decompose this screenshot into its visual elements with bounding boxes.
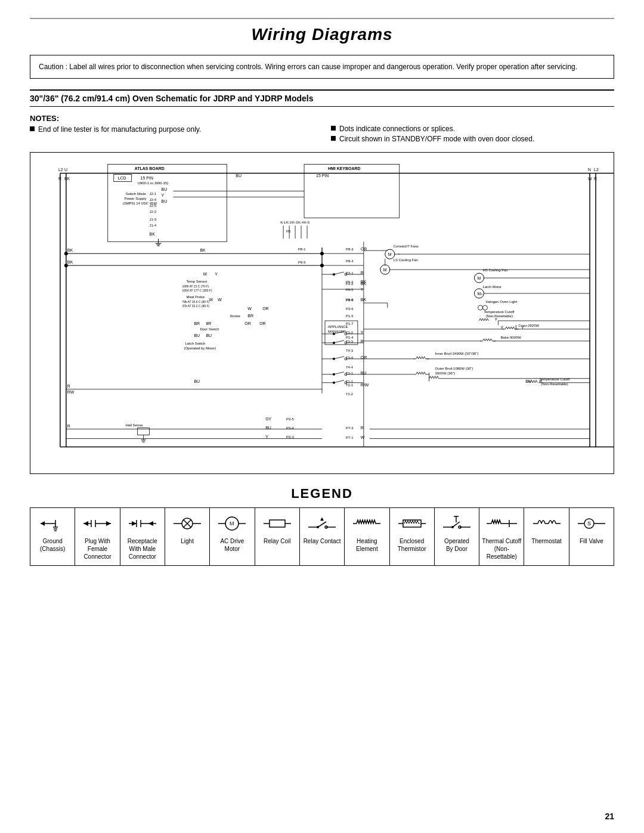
receptacle-male-icon [128, 513, 157, 534]
svg-text:M: M [230, 521, 234, 527]
svg-text:J2-1: J2-1 [150, 192, 157, 196]
svg-point-214 [320, 252, 324, 255]
svg-text:Halogen Oven Light: Halogen Oven Light [485, 300, 517, 304]
svg-text:T4-4: T4-4 [346, 366, 354, 369]
note-item-2: Dots indicate connections or splices. [331, 125, 614, 133]
svg-text:BK: BK [200, 248, 206, 252]
legend-item-fill-valve: S Fill Valve [569, 508, 614, 565]
legend-item-ground: Ground(Chassis) [30, 508, 75, 565]
svg-text:T4-3: T4-3 [346, 349, 354, 352]
svg-text:P1-4: P1-4 [346, 336, 354, 339]
section-title: 30"/36" (76.2 cm/91.4 cm) Oven Schematic… [30, 89, 614, 107]
wiring-diagram: ATLAS BOARD LCD 15 PIN U900-1 to J900-15… [30, 152, 614, 474]
svg-marker-284 [320, 518, 324, 521]
svg-text:R: R [361, 426, 364, 430]
svg-text:R/W: R/W [361, 383, 369, 387]
svg-text:79k  AT 15.6  C (60   F): 79k AT 15.6 C (60 F) [182, 300, 209, 304]
svg-text:15 PIN: 15 PIN [316, 174, 329, 178]
legend-label-ground: Ground(Chassis) [40, 537, 65, 553]
legend-label-thermostat: Thermostat [531, 537, 562, 545]
svg-text:(SMPS) 14 VDC 45W: (SMPS) 14 VDC 45W [123, 202, 157, 205]
svg-text:W: W [218, 298, 222, 302]
legend-item-heating-element: HeatingElement [345, 508, 389, 565]
legend-item-thermal-cutoff: Thermal Cutoff(Non-Resettable) [479, 508, 524, 565]
note-item-3: Circuit shown in STANDBY/OFF mode with o… [331, 135, 614, 143]
svg-text:Y: Y [265, 435, 268, 439]
svg-text:Temp Sensor: Temp Sensor [186, 280, 207, 283]
svg-text:P3-3: P3-3 [286, 435, 294, 439]
svg-text:BU: BU [162, 187, 168, 191]
svg-text:P9-5: P9-5 [298, 261, 306, 264]
legend-label-thermistor: EnclosedThermistor [398, 537, 426, 553]
svg-marker-265 [148, 521, 153, 526]
svg-text:BK: BK [67, 248, 73, 252]
svg-text:N: N [588, 168, 591, 172]
svg-text:J1-3: J1-3 [150, 218, 157, 221]
svg-text:U900-1 to J900-15): U900-1 to J900-15) [138, 181, 168, 185]
notes-title: NOTES: [30, 114, 313, 123]
svg-text:P1-5: P1-5 [346, 314, 354, 318]
svg-text:Inner Broil-3490W (30"/36"): Inner Broil-3490W (30"/36") [435, 352, 479, 355]
svg-text:3000W (36"): 3000W (36") [435, 371, 455, 375]
svg-text:GY: GY [265, 417, 271, 421]
legend-item-light: Light [165, 508, 210, 565]
svg-text:W: W [209, 298, 213, 302]
page-title: Wiring Diagrams [30, 25, 614, 44]
legend-label-fill-valve: Fill Valve [580, 537, 603, 545]
legend-label-relay-coil: Relay Coil [264, 537, 291, 545]
svg-text:Strobe: Strobe [230, 314, 240, 318]
svg-text:P2-6: P2-6 [346, 307, 354, 311]
relay-coil-icon [262, 513, 292, 534]
svg-point-217 [64, 264, 68, 267]
svg-text:BU: BU [194, 333, 200, 337]
svg-text:8R: 8R [206, 321, 211, 326]
svg-text:W: W [247, 306, 252, 311]
svg-text:K-2: K-2 [286, 221, 292, 224]
svg-text:Y: Y [494, 317, 497, 321]
legend-table: Ground(Chassis) Plug WithFemaleConnector [30, 507, 614, 566]
legend-label-plug-female: Plug WithFemaleConnector [83, 537, 111, 561]
svg-text:ATLAS BOARD: ATLAS BOARD [135, 166, 165, 171]
svg-rect-276 [270, 520, 285, 527]
legend-label-relay-contact: Relay Contact [304, 537, 341, 545]
legend-label-light: Light [181, 537, 194, 545]
page-container: Wiring Diagrams Caution : Label all wire… [0, 0, 644, 833]
note-text-1: End of line tester is for manufacturing … [38, 125, 201, 134]
svg-text:Temperature Cutoff: Temperature Cutoff [539, 377, 569, 381]
legend-label-door-operated: OperatedBy Door [444, 537, 469, 553]
svg-text:Switch Mode: Switch Mode [126, 192, 147, 196]
legend-title: LEGEND [30, 486, 614, 501]
notes-area: NOTES: End of line tester is for manufac… [30, 114, 614, 145]
ground-icon [38, 513, 67, 534]
svg-text:RW: RW [67, 390, 75, 394]
svg-text:BR: BR [247, 314, 253, 318]
svg-text:(Operated by Motor): (Operated by Motor) [184, 346, 216, 350]
svg-text:Hall Sense: Hall Sense [126, 423, 144, 427]
svg-marker-255 [83, 521, 88, 526]
note-text-2: Dots indicate connections or splices. [339, 125, 455, 133]
note-text-3: Circuit shown in STANDBY/OFF mode with o… [339, 135, 534, 143]
svg-text:BU: BU [194, 379, 200, 383]
svg-text:LCD: LCD [118, 176, 126, 180]
svg-point-216 [64, 252, 68, 255]
heating-element-icon [352, 513, 382, 534]
thermostat-icon [532, 513, 562, 534]
legend-item-plug-female: Plug WithFemaleConnector [75, 508, 120, 565]
svg-text:P8-4: P8-4 [346, 259, 354, 263]
ac-motor-icon: M [217, 513, 247, 534]
legend-label-ac-motor: AC DriveMotor [220, 537, 244, 553]
svg-text:BU: BU [236, 174, 242, 178]
legend-item-relay-coil: Relay Coil [255, 508, 300, 565]
svg-text:Temperature Cutoff: Temperature Cutoff [484, 310, 514, 314]
svg-text:1654  AT 177  C (350   F): 1654 AT 177 C (350 F) [182, 289, 212, 292]
svg-text:J2-2: J2-2 [150, 210, 157, 213]
svg-text:LS Cooling Fan: LS Cooling Fan [394, 258, 418, 262]
svg-text:W: W [361, 435, 365, 439]
svg-text:K-1: K-1 [280, 221, 286, 224]
svg-text:T2-2: T2-2 [346, 392, 354, 396]
thermistor-icon [397, 513, 427, 534]
svg-text:Latch Motor: Latch Motor [482, 285, 501, 289]
svg-text:P8-1: P8-1 [298, 247, 306, 251]
svg-text:P3-5: P3-5 [286, 417, 294, 421]
legend-item-door-operated: OperatedBy Door [435, 508, 479, 565]
